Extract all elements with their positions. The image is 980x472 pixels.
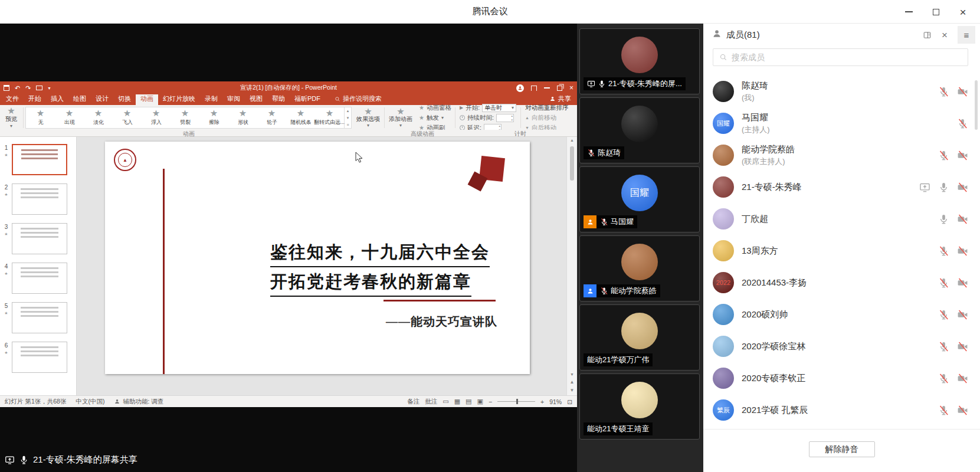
camera-off-icon[interactable] <box>957 277 968 289</box>
ribbon-separator <box>384 107 385 128</box>
participant-video-tile[interactable]: 能动21学硕万广伟 <box>579 304 700 371</box>
participant-avatar <box>621 244 658 280</box>
maximize-button[interactable] <box>922 0 949 24</box>
mic-muted-icon[interactable] <box>938 341 949 352</box>
member-avatar <box>713 145 734 166</box>
panel-menu-button[interactable] <box>958 26 975 44</box>
effect-options-button: 效果选项 <box>353 106 384 130</box>
ppt-ribbon-tab: 绘图 <box>68 93 91 105</box>
comments-button: 批注 <box>425 398 437 406</box>
avatar-text: 国耀 <box>717 119 730 128</box>
member-row[interactable]: 2020硕刘帅 <box>713 299 972 330</box>
avatar-text: 国耀 <box>630 187 649 199</box>
status-right-cluster: 备注 批注 91% <box>407 398 572 406</box>
camera-off-icon[interactable] <box>957 341 968 352</box>
member-row[interactable]: 13周东方 <box>713 235 972 267</box>
move-earlier-icon <box>525 116 529 120</box>
member-row[interactable]: 2020学硕徐宝林 <box>713 330 972 362</box>
animation-gallery-item: 劈裂 <box>171 107 199 128</box>
participant-video-tile[interactable]: 21-专硕-朱秀峰的屏... <box>579 28 700 94</box>
mic-muted-icon[interactable] <box>938 245 949 257</box>
ppt-quick-access-toolbar <box>4 84 50 92</box>
mic-on-icon <box>19 455 29 465</box>
member-avatar <box>713 368 734 389</box>
member-row[interactable]: 国耀 马国耀 (主持人) <box>713 107 972 139</box>
mic-on-icon[interactable] <box>938 182 949 193</box>
mic-muted-icon[interactable] <box>957 118 968 129</box>
move-earlier-button: 向前移动 <box>525 114 569 122</box>
close-panel-button[interactable] <box>937 27 952 42</box>
animation-star-icon <box>4 192 8 197</box>
camera-off-icon[interactable] <box>957 150 968 161</box>
camera-off-icon[interactable] <box>957 182 968 193</box>
camera-off-icon[interactable] <box>957 309 968 320</box>
animation-name: 无 <box>38 119 43 126</box>
screen-share-icon <box>5 455 15 465</box>
camera-off-icon[interactable] <box>957 373 968 384</box>
mic-muted-icon[interactable] <box>938 150 949 161</box>
ppt-tab-list: 文件 开始 插入 绘图 设计 切换 动画 幻灯片放映 <box>1 93 325 105</box>
animation-star-icon <box>123 109 131 117</box>
member-info: 2021学硕 孔繁辰 <box>742 405 808 416</box>
member-row[interactable]: 2020专硕李钦正 <box>713 362 972 394</box>
duration-clock-icon <box>460 115 465 120</box>
member-status-icons <box>938 245 972 257</box>
preview-caret-icon <box>10 123 12 129</box>
start-icon <box>460 105 463 110</box>
start-dropdown: 单击时 <box>482 104 516 112</box>
member-row[interactable]: 能动学院蔡皓 (联席主持人) <box>713 139 972 171</box>
member-avatar <box>713 240 734 261</box>
member-row[interactable]: 繁辰 2021学硕 孔繁辰 <box>713 394 972 426</box>
ppt-body: 1 2 <box>0 137 577 395</box>
camera-off-icon[interactable] <box>957 245 968 257</box>
member-name: 丁欣超 <box>742 214 768 225</box>
ribbon-separator <box>455 107 455 128</box>
popout-panel-button[interactable] <box>919 27 935 42</box>
camera-off-icon[interactable] <box>957 214 968 225</box>
member-status-icons <box>938 150 972 161</box>
mic-muted-icon <box>600 287 608 295</box>
mic-muted-icon[interactable] <box>938 373 949 384</box>
thumbnail-content-bar <box>21 271 58 273</box>
camera-off-icon[interactable] <box>957 86 968 97</box>
start-row: 开始: 单击时 <box>460 104 516 112</box>
member-list-scrollbar[interactable] <box>975 80 978 130</box>
thumbnail-content-bar <box>21 267 58 269</box>
member-row[interactable]: 丁欣超 <box>713 203 972 235</box>
avatar-text: 繁辰 <box>717 406 730 415</box>
effect-options-caret <box>367 122 369 129</box>
camera-off-icon[interactable] <box>957 405 968 416</box>
participant-name: 陈赵琦 <box>598 148 621 158</box>
member-search-input[interactable] <box>732 53 962 62</box>
member-search-box[interactable] <box>713 48 968 66</box>
ppt-titlebar: 宣讲2(1) [自动保存的] - PowerPoint <box>0 81 577 94</box>
mic-muted-icon[interactable] <box>938 277 949 289</box>
participant-video-tile[interactable]: 国耀 马国耀 <box>579 166 700 232</box>
participant-video-tile[interactable]: 陈赵琦 <box>579 97 700 163</box>
mic-muted-icon[interactable] <box>938 309 949 320</box>
mic-muted-icon[interactable] <box>938 86 949 97</box>
member-row[interactable]: 陈赵琦 (我) <box>713 76 972 107</box>
scrollbar-thumb <box>570 146 574 181</box>
mic-on-icon[interactable] <box>938 214 949 225</box>
close-button[interactable] <box>949 0 976 24</box>
member-row[interactable]: 21-专硕-朱秀峰 <box>713 171 972 203</box>
slide-count-status: 幻灯片 第1张，共68张 <box>5 398 66 406</box>
member-avatar: 繁辰 <box>713 399 734 421</box>
animation-gallery-item: 无 <box>26 107 55 128</box>
slide-thumbnail <box>12 144 67 175</box>
member-status-icons <box>957 118 972 129</box>
slide-sorter-view-icon <box>454 398 460 405</box>
animation-gallery-item: 擦除 <box>199 107 228 128</box>
unmute-button[interactable]: 解除静音 <box>809 441 875 457</box>
participant-video-tile[interactable]: 能动21专硕王靖童 <box>579 373 700 440</box>
animation-gallery: 无 出现 淡化 <box>25 107 352 129</box>
minimize-button[interactable] <box>895 0 922 24</box>
animation-star-icon <box>4 350 8 355</box>
slide-number: 1 <box>5 145 8 151</box>
member-row[interactable]: 2022 202014453-李扬 <box>713 267 972 299</box>
mic-muted-icon[interactable] <box>938 405 949 416</box>
participant-video-tile[interactable]: 能动学院蔡皓 <box>579 235 700 301</box>
thumbnail-content-bar <box>21 228 58 230</box>
remote-mouse-cursor <box>355 152 363 164</box>
